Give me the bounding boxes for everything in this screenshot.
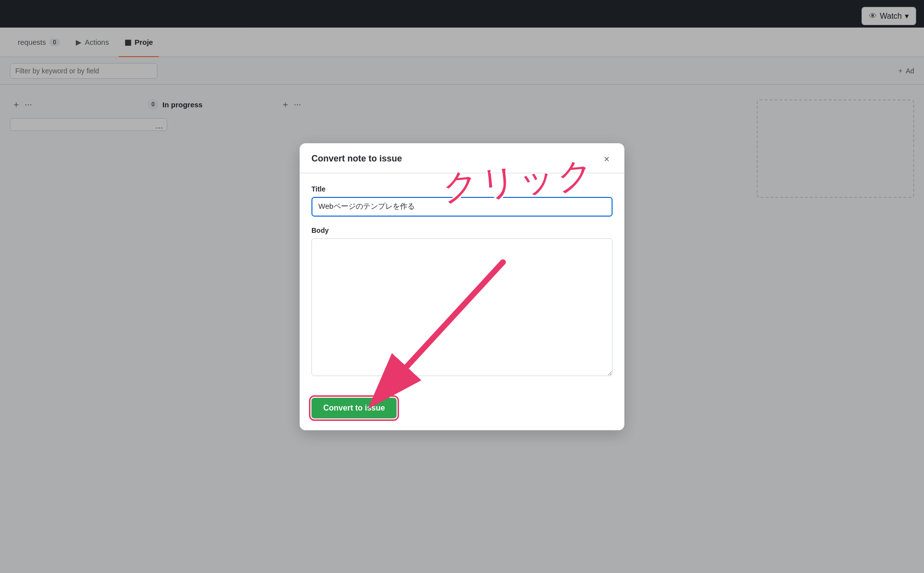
title-input[interactable]: [311, 197, 613, 217]
modal-title: Convert note to issue: [311, 154, 402, 164]
modal-overlay[interactable]: Convert note to issue × Title Body Conve…: [0, 0, 924, 573]
convert-note-modal: Convert note to issue × Title Body Conve…: [300, 143, 624, 430]
body-textarea-wrapper: [311, 238, 613, 388]
modal-body: Title Body Convert to issue: [300, 173, 624, 430]
title-field-label: Title: [311, 185, 613, 193]
modal-close-button[interactable]: ×: [601, 153, 613, 165]
body-field-label: Body: [311, 226, 613, 234]
modal-header: Convert note to issue ×: [300, 143, 624, 173]
convert-to-issue-button[interactable]: Convert to issue: [311, 398, 397, 418]
body-textarea[interactable]: [311, 238, 613, 376]
